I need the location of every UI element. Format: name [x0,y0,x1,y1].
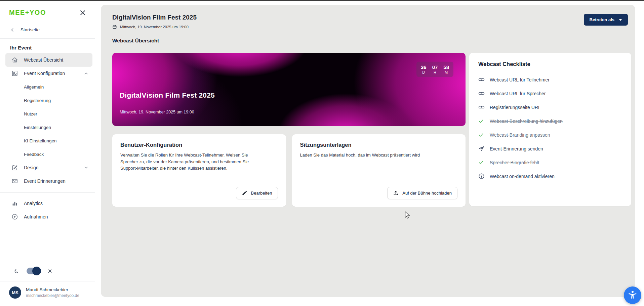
webcast-checkliste-card: Webcast Checkliste Webcast URL für Teiln… [469,53,631,206]
sidebar-item-aufnahmen[interactable]: Aufnahmen [5,210,92,224]
sidebar-item-event-erinnerungen[interactable]: Event Erinnerungen [5,174,92,188]
section-heading: Webcast Übersicht [112,38,631,44]
countdown-unit: H [432,70,438,74]
avatar: MS [9,286,21,299]
enter-as-button[interactable]: Betreten als [584,14,628,26]
sidebar-section-label: Ihr Event [0,39,95,53]
link-icon [478,90,485,97]
subitem-label: Registrierung [24,98,51,103]
card-title: Benutzer-Konfiguration [120,142,278,148]
sidebar-item-event-konfiguration[interactable]: Event Konfiguration [5,67,92,80]
info-icon [478,173,485,179]
link-icon [478,76,485,83]
sidebar-item-label: Event Konfiguration [24,71,65,76]
event-config-icon [11,70,18,77]
enter-as-label: Betreten als [590,17,614,22]
home-icon [11,57,18,63]
subitem-label: Nutzer [24,111,37,116]
subitem-label: KI Einstellungen [24,138,57,143]
sidebar-item-webcast-uebersicht[interactable]: Webcast Übersicht [5,53,92,67]
theme-toggle[interactable] [27,268,40,274]
checklist-label: Webcast-Branding anpassen [490,132,550,138]
subitem-label: Allgemein [24,84,44,90]
check-icon [478,118,485,124]
window-top-edge [0,0,644,1]
countdown-days: 36 [421,64,427,70]
meetyoo-logo: MEE+YOO [9,9,46,16]
mail-icon [11,178,18,184]
banner-date: Mittwoch, 19. November 2025 um 19:00 [120,110,194,114]
recordings-icon [11,213,18,220]
checklist-item-erinnerung-senden[interactable]: Event-Erinnerung senden [478,142,622,156]
caret-down-icon [619,19,622,21]
back-label: Startseite [21,27,40,32]
sun-icon [47,268,53,274]
chevron-down-icon [84,165,88,170]
analytics-icon [11,200,18,207]
countdown-unit: D [421,70,427,74]
person-icon [628,290,638,301]
countdown-hours: 07 [432,64,438,70]
bearbeiten-button[interactable]: Bearbeiten [236,187,278,199]
checklist-item-registrierungsseite-url[interactable]: Registrierungsseite URL [478,100,622,114]
card-benutzer-konfiguration: Benutzer-Konfiguration Verwalten Sie die… [112,134,286,207]
chevron-left-icon [10,28,15,32]
accessibility-widget-button[interactable] [624,286,641,304]
user-profile[interactable]: MS Mandi Schmeckebier mschmeckebier@meet… [0,281,95,306]
checklist-item-sprecher-biografie[interactable]: Sprecher-Biografie fehlt [478,156,622,169]
sidebar-item-label: Analytics [24,201,43,206]
calendar-icon [112,25,117,29]
sidebar-subitem-ki-einstellungen[interactable]: KI Einstellungen [0,134,95,147]
sidebar-subitem-einstellungen[interactable]: Einstellungen [0,121,95,134]
card-title: Sitzungsunterlagen [300,142,458,148]
upload-stage-button[interactable]: Auf der Bühne hochladen [387,187,457,199]
sidebar-item-label: Event Erinnerungen [24,178,66,184]
event-banner: 36D 07H 58M DigitalVision Film Fest 2025… [112,53,466,126]
checklist-label: Webcast-Beschreibung hinzufügen [490,118,563,124]
sidebar-item-label: Design [24,165,39,170]
main-area: DigitalVision Film Fest 2025 Mittwoch, 1… [95,0,644,306]
sidebar-item-label: Webcast Übersicht [24,57,63,63]
countdown-timer: 36D 07H 58M [416,62,453,77]
sidebar-item-label: Aufnahmen [24,214,48,219]
countdown-unit: M [443,70,449,74]
check-icon [478,132,485,138]
checklist-item-branding-anpassen[interactable]: Webcast-Branding anpassen [478,128,622,142]
checklist-title: Webcast Checkliste [478,61,622,67]
send-icon [478,145,485,152]
checklist-label: Registrierungsseite URL [490,105,541,110]
content-panel: DigitalVision Film Fest 2025 Mittwoch, 1… [101,5,635,297]
sidebar-item-analytics[interactable]: Analytics [5,197,92,210]
sidebar-subitem-registrierung[interactable]: Registrierung [0,94,95,107]
user-name: Mandi Schmeckebier [26,287,79,292]
checklist-label: Webcast URL für Teilnehmer [490,77,550,82]
user-email: mschmeckebier@meetyoo.de [26,293,79,298]
subitem-label: Einstellungen [24,125,51,130]
button-label: Bearbeiten [251,191,272,196]
pencil-icon [242,190,247,196]
toggle-knob [32,267,41,275]
upload-icon [393,190,399,196]
checklist-label: Sprecher-Biografie fehlt [490,160,539,165]
sidebar-subitem-nutzer[interactable]: Nutzer [0,107,95,121]
link-icon [478,104,485,110]
countdown-minutes: 58 [443,64,449,70]
chevron-up-icon [84,71,88,76]
checklist-label: Event-Erinnerung senden [490,146,543,151]
checklist-label: Webcast on-demand aktivieren [490,174,555,179]
close-icon[interactable] [79,9,86,16]
check-icon [478,159,485,166]
checklist-item-webcast-url-sprecher[interactable]: Webcast URL für Sprecher [478,87,622,100]
event-date: Mittwoch, 19. November 2025 um 19:00 [120,25,189,29]
back-to-startseite[interactable]: Startseite [0,27,95,32]
sidebar-item-design[interactable]: Design [5,161,92,174]
checklist-item-webcast-url-teilnehmer[interactable]: Webcast URL für Teilnehmer [478,73,622,87]
theme-switcher [0,268,95,281]
checklist-item-on-demand-aktivieren[interactable]: Webcast on-demand aktivieren [478,169,622,183]
checklist-item-beschreibung-hinzufuegen[interactable]: Webcast-Beschreibung hinzufügen [478,114,622,128]
sidebar-subitem-feedback[interactable]: Feedback [0,147,95,161]
card-body: Laden Sie das Material hoch, das im Webc… [300,152,441,159]
subitem-label: Feedback [24,152,44,157]
button-label: Auf der Bühne hochladen [402,191,452,196]
sidebar-subitem-allgemein[interactable]: Allgemein [0,80,95,94]
